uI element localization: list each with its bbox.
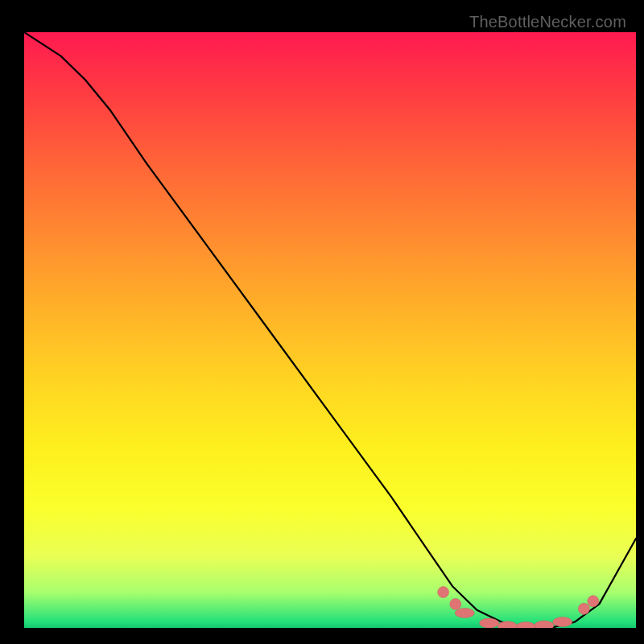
curve-path <box>24 32 636 628</box>
marker-dot <box>450 598 461 609</box>
marker-dot <box>455 609 474 618</box>
marker-dot <box>588 596 599 607</box>
marker-dot <box>480 618 499 628</box>
marker-dot <box>438 587 449 598</box>
bottleneck-curve <box>24 32 636 628</box>
marker-dot <box>553 617 572 627</box>
outer-frame: TheBottleNecker.com <box>8 8 636 636</box>
marker-dot <box>578 603 589 614</box>
marker-dot <box>516 622 535 629</box>
marker-dot <box>535 621 554 628</box>
gradient-plot-area <box>24 32 636 628</box>
watermark-label: TheBottleNecker.com <box>469 13 626 31</box>
